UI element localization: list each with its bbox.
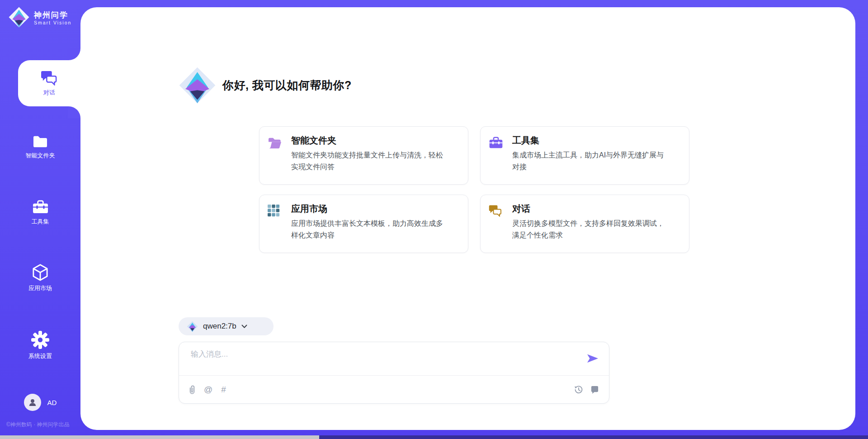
quick-phrase-button[interactable]	[590, 385, 599, 394]
user-initials: AD	[47, 399, 57, 406]
sidebar-item-chat[interactable]: 对话	[18, 60, 80, 106]
brand-diamond-icon	[8, 6, 30, 30]
brand-name: 神州问学	[34, 11, 71, 20]
card-toolset[interactable]: 工具集 集成市场上主流工具，助力AI与外界无缝扩展与对接	[480, 126, 689, 185]
gear-icon	[31, 331, 49, 349]
history-button[interactable]	[574, 385, 583, 394]
avatar	[24, 394, 41, 411]
sidebar-item-label: 工具集	[32, 218, 49, 226]
app-window: 神州问学 Smart Vision 对话 智能文件夹	[0, 0, 868, 439]
send-button[interactable]	[587, 354, 598, 363]
model-name: qwen2:7b	[203, 322, 236, 331]
mention-button[interactable]: @	[204, 385, 212, 394]
sidebar-item-label: 应用市场	[28, 284, 52, 292]
briefcase-icon	[32, 200, 49, 215]
card-chat[interactable]: 对话 灵活切换多模型文件，支持多样回复效果调试，满足个性化需求	[480, 195, 689, 253]
sidebar-item-label: 对话	[43, 89, 55, 97]
sidebar-item-label: 智能文件夹	[26, 152, 55, 160]
card-description: 智能文件夹功能支持批量文件上传与清洗，轻松实现文件问答	[291, 149, 449, 173]
card-title: 对话	[512, 202, 670, 215]
chat-icon	[489, 205, 503, 253]
chat-icon	[41, 70, 58, 86]
card-title: 智能文件夹	[291, 134, 449, 147]
brand: 神州问学 Smart Vision	[8, 6, 71, 30]
model-selector[interactable]: qwen2:7b	[179, 317, 274, 335]
paperclip-icon	[189, 387, 195, 396]
user-profile[interactable]: AD	[0, 394, 80, 411]
chat-bubble-icon	[590, 386, 599, 396]
hashtag-icon: #	[221, 385, 226, 394]
sidebar-item-app-market[interactable]: 应用市场	[0, 264, 80, 292]
card-app-market[interactable]: 应用市场 应用市场提供丰富长文本模板，助力高效生成多样化文章内容	[259, 195, 468, 253]
tab-curve-top	[68, 48, 80, 60]
scrollbar-thumb[interactable]	[0, 435, 319, 439]
brand-subtitle: Smart Vision	[34, 20, 71, 25]
card-description: 集成市场上主流工具，助力AI与外界无缝扩展与对接	[512, 149, 670, 173]
sidebar-item-settings[interactable]: 系统设置	[0, 331, 80, 360]
copyright-text: ©神州数码 · 神州问学出品	[6, 421, 70, 429]
card-title: 应用市场	[291, 202, 449, 215]
card-title: 工具集	[512, 134, 670, 147]
folder-icon	[32, 135, 48, 148]
card-description: 灵活切换多模型文件，支持多样回复效果调试，满足个性化需求	[512, 218, 670, 241]
sidebar: 神州问学 Smart Vision 对话 智能文件夹	[0, 0, 80, 439]
greeting-title: 你好, 我可以如何帮助你?	[222, 78, 352, 93]
sidebar-item-smart-folder[interactable]: 智能文件夹	[0, 135, 80, 160]
grid-cube-icon	[268, 205, 282, 253]
cube-icon	[33, 264, 48, 281]
brand-diamond-icon	[187, 321, 198, 332]
history-clock-icon	[574, 387, 583, 396]
chevron-down-icon	[241, 324, 247, 329]
folder-open-icon	[268, 136, 282, 184]
hero-brand-diamond-icon	[178, 66, 217, 106]
briefcase-icon	[489, 136, 503, 184]
at-icon: @	[204, 385, 212, 394]
card-description: 应用市场提供丰富长文本模板，助力高效生成多样化文章内容	[291, 218, 449, 241]
card-smart-folder[interactable]: 智能文件夹 智能文件夹功能支持批量文件上传与清洗，轻松实现文件问答	[259, 126, 468, 185]
message-input[interactable]	[190, 348, 571, 372]
sidebar-item-toolset[interactable]: 工具集	[0, 200, 80, 226]
composer: @ #	[179, 342, 609, 404]
attachment-button[interactable]	[189, 385, 195, 395]
hashtag-button[interactable]: #	[221, 385, 226, 394]
send-icon	[587, 358, 598, 364]
horizontal-scrollbar[interactable]	[0, 435, 868, 439]
sidebar-item-label: 系统设置	[28, 352, 52, 360]
tab-curve-bottom	[68, 106, 80, 118]
